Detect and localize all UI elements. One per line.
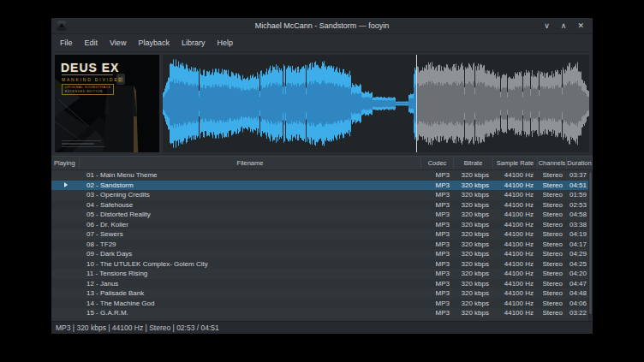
- table-row[interactable]: 07 - SewersMP3320 kbps44100 HzStereo04:1…: [51, 229, 593, 240]
- cell-sample-rate: 44100 Hz: [493, 171, 538, 179]
- menu-edit[interactable]: Edit: [79, 39, 104, 47]
- cell-sample-rate: 44100 Hz: [493, 191, 538, 199]
- title-bar[interactable]: Michael McCann - Sandstorm — fooyin ∨ ∧ …: [51, 18, 593, 34]
- album-subtitle: MANKIND DIVIDED: [62, 77, 123, 82]
- scrollbar[interactable]: [588, 171, 593, 321]
- cell-bitrate: 320 kbps: [454, 201, 493, 209]
- waveform-seekbar[interactable]: [163, 55, 589, 152]
- menu-file[interactable]: File: [54, 39, 79, 47]
- column-header-codec[interactable]: Codec: [421, 157, 454, 169]
- cell-bitrate: 320 kbps: [454, 270, 493, 277]
- playing-indicator-cell: [51, 182, 80, 187]
- cell-channels: Stereo: [538, 309, 567, 317]
- cell-codec: MP3: [421, 289, 454, 297]
- cell-codec: MP3: [421, 280, 454, 288]
- cell-filename: 05 - Distorted Reality: [80, 211, 421, 218]
- app-icon: [57, 21, 67, 31]
- album-edition-line2: EXTENDED EDITION: [65, 90, 110, 94]
- table-row[interactable]: 06 - Dr. KollerMP3320 kbps44100 HzStereo…: [51, 220, 593, 230]
- column-header-filename[interactable]: Filename: [80, 157, 421, 169]
- cell-codec: MP3: [421, 300, 454, 307]
- table-row[interactable]: 16 - ...MP3320 kbps44100 HzStereo: [51, 318, 593, 322]
- cell-codec: MP3: [421, 319, 454, 321]
- cell-filename: 04 - Safehouse: [80, 201, 421, 209]
- cell-channels: Stereo: [538, 181, 567, 189]
- cell-sample-rate: 44100 Hz: [493, 280, 538, 288]
- menu-view[interactable]: View: [104, 39, 132, 47]
- cell-sample-rate: 44100 Hz: [493, 221, 538, 228]
- cell-channels: Stereo: [538, 171, 567, 179]
- cell-bitrate: 320 kbps: [454, 289, 493, 297]
- window-controls: ∨ ∧ ✕: [544, 18, 593, 34]
- cell-codec: MP3: [421, 240, 454, 248]
- cell-channels: Stereo: [538, 230, 567, 238]
- table-row[interactable]: 14 - The Machine GodMP3320 kbps44100 HzS…: [51, 299, 593, 309]
- playlist-header: PlayingFilenameCodecBitrateSample RateCh…: [51, 156, 593, 170]
- menu-library[interactable]: Library: [176, 39, 212, 47]
- column-header-sample-rate[interactable]: Sample Rate: [493, 157, 538, 169]
- album-title: DEUS EX: [61, 61, 119, 74]
- table-row[interactable]: 04 - SafehouseMP3320 kbps44100 HzStereo0…: [51, 200, 593, 211]
- cell-channels: Stereo: [538, 289, 567, 297]
- cell-filename: 09 - Dark Days: [80, 250, 421, 258]
- cell-filename: 01 - Main Menu Theme: [80, 171, 421, 179]
- cell-codec: MP3: [421, 221, 454, 228]
- menu-help[interactable]: Help: [211, 39, 239, 47]
- table-row[interactable]: 13 - Palisade BankMP3320 kbps44100 HzSte…: [51, 288, 593, 299]
- cell-filename: 10 - The UTULEK Complex- Golem City: [80, 260, 421, 268]
- table-row[interactable]: 05 - Distorted RealityMP3320 kbps44100 H…: [51, 210, 593, 220]
- table-row[interactable]: 12 - JanusMP3320 kbps44100 HzStereo04:47: [51, 279, 593, 289]
- cell-sample-rate: 44100 Hz: [493, 240, 538, 248]
- status-text: MP3 | 320 kbps | 44100 Hz | Stereo | 02:…: [56, 323, 219, 332]
- album-title-rule: [62, 74, 113, 75]
- cell-filename: 14 - The Machine God: [80, 300, 421, 307]
- minimize-icon[interactable]: ∨: [544, 18, 550, 34]
- cell-sample-rate: 44100 Hz: [493, 300, 538, 307]
- cell-bitrate: 320 kbps: [454, 221, 493, 228]
- scrollbar-thumb[interactable]: [589, 172, 592, 314]
- cell-sample-rate: 44100 Hz: [493, 250, 538, 258]
- table-row[interactable]: 09 - Dark DaysMP3320 kbps44100 HzStereo0…: [51, 249, 593, 259]
- column-header-duration[interactable]: Duration: [567, 157, 593, 169]
- now-playing-panel: DEUS EX MANKIND DIVIDED ORIGINAL SOUNDTR…: [51, 52, 593, 156]
- status-bar: MP3 | 320 kbps | 44100 Hz | Stereo | 02:…: [51, 321, 593, 334]
- cell-channels: Stereo: [538, 201, 567, 209]
- table-row[interactable]: 02 - SandstormMP3320 kbps44100 HzStereo0…: [51, 181, 593, 191]
- cell-filename: 12 - Janus: [80, 280, 421, 288]
- cell-filename: 15 - G.A.R.M.: [80, 309, 421, 317]
- table-row[interactable]: 08 - TF29MP3320 kbps44100 HzStereo04:17: [51, 240, 593, 250]
- cell-bitrate: 320 kbps: [454, 309, 493, 317]
- cell-sample-rate: 44100 Hz: [493, 309, 538, 317]
- column-header-bitrate[interactable]: Bitrate: [454, 157, 493, 169]
- cell-codec: MP3: [421, 191, 454, 199]
- cell-channels: Stereo: [538, 260, 567, 268]
- table-row[interactable]: 11 - Tensions RisingMP3320 kbps44100 HzS…: [51, 269, 593, 279]
- cell-bitrate: 320 kbps: [454, 319, 493, 321]
- menu-playback[interactable]: Playback: [132, 39, 176, 47]
- cell-channels: Stereo: [538, 319, 567, 321]
- cell-sample-rate: 44100 Hz: [493, 181, 538, 189]
- column-header-playing[interactable]: Playing: [51, 157, 80, 169]
- cell-sample-rate: 44100 Hz: [493, 211, 538, 218]
- table-row[interactable]: 01 - Main Menu ThemeMP3320 kbps44100 HzS…: [51, 170, 593, 181]
- cell-channels: Stereo: [538, 280, 567, 288]
- cell-codec: MP3: [421, 201, 454, 209]
- cell-filename: 07 - Sewers: [80, 230, 421, 238]
- maximize-icon[interactable]: ∧: [561, 18, 567, 34]
- album-art: DEUS EX MANKIND DIVIDED ORIGINAL SOUNDTR…: [55, 55, 159, 152]
- table-row[interactable]: 15 - G.A.R.M.MP3320 kbps44100 HzStereo03…: [51, 308, 593, 318]
- column-header-channels[interactable]: Channels: [538, 157, 567, 169]
- cell-channels: Stereo: [538, 191, 567, 199]
- cell-bitrate: 320 kbps: [454, 300, 493, 307]
- cell-codec: MP3: [421, 171, 454, 179]
- cell-filename: 08 - TF29: [80, 240, 421, 248]
- close-icon[interactable]: ✕: [577, 18, 584, 34]
- play-icon: [64, 182, 68, 187]
- app-window: Michael McCann - Sandstorm — fooyin ∨ ∧ …: [51, 18, 593, 334]
- table-row[interactable]: 03 - Opening CreditsMP3320 kbps44100 HzS…: [51, 190, 593, 200]
- cell-codec: MP3: [421, 250, 454, 258]
- cell-bitrate: 320 kbps: [454, 230, 493, 238]
- table-row[interactable]: 10 - The UTULEK Complex- Golem CityMP332…: [51, 259, 593, 270]
- cell-bitrate: 320 kbps: [454, 191, 493, 199]
- cell-filename: 06 - Dr. Koller: [80, 221, 421, 228]
